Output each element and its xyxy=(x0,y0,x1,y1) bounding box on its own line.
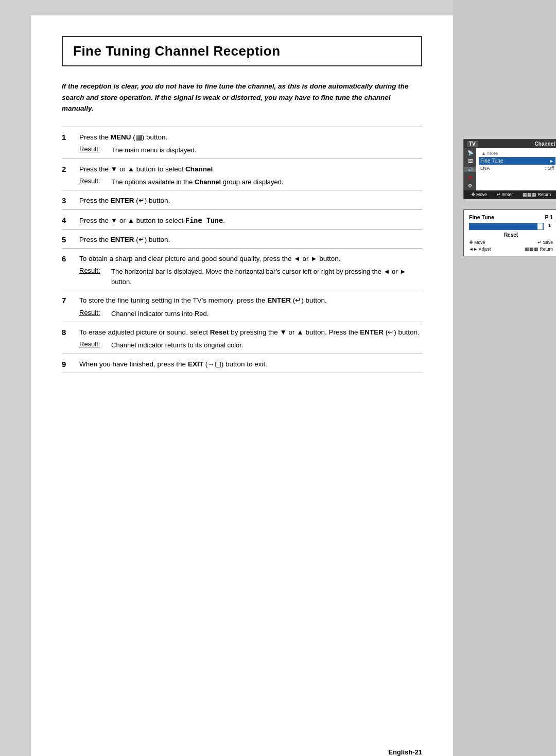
step-row-5: 5 Press the ENTER (↵) button. xyxy=(62,229,422,248)
tv-footer-return: ▦▦▦ Return xyxy=(523,192,551,197)
tv-icon-column: 📡 🖼 🔊 ✕ ⚙ xyxy=(464,148,476,190)
tv-lna-value: : Off xyxy=(545,165,554,171)
screenshots-panel: TV Channel 📡 🖼 🔊 ✕ ⚙ ▲ More Fine Tune xyxy=(463,139,556,256)
step-text-3: Press the ENTER (↵) button. xyxy=(79,196,422,206)
step-number-7: 7 xyxy=(62,295,71,305)
fine-tune-bar-indicator xyxy=(537,223,543,230)
step-row-2: 2 Press the ▼ or ▲ button to select Chan… xyxy=(62,159,422,190)
tv-footer-enter: ↵ Enter xyxy=(497,192,513,197)
tv-content-column: ▲ More Fine Tune ► LNA : Off xyxy=(476,148,556,190)
step-row-4: 4 Press the ▼ or ▲ button to select Fine… xyxy=(62,209,422,229)
fine-tune-adjust: ◄► Adjust xyxy=(469,247,491,252)
fine-tune-bar xyxy=(469,223,544,230)
fine-tune-save: ↵ Save xyxy=(537,240,553,245)
tv-menu-header: TV Channel xyxy=(464,139,556,148)
result-text-8: Channel indicator returns to its origina… xyxy=(111,340,422,350)
page-title: Fine Tuning Channel Reception xyxy=(73,43,411,59)
tv-header-tv-label: TV xyxy=(467,141,478,147)
step-number-5: 5 xyxy=(62,235,71,244)
step-text-6: To obtain a sharp and clear picture and … xyxy=(79,254,422,264)
result-text-6: The horizontal bar is displayed. Move th… xyxy=(111,267,422,287)
page-number: English-21 xyxy=(388,748,422,756)
result-text-7: Channel indicator turns into Red. xyxy=(111,309,422,319)
result-label-6: Result: xyxy=(79,267,103,274)
step-row-9: 9 When you have finished, press the EXIT… xyxy=(62,354,422,373)
tv-fine-tune-item: Fine Tune ► xyxy=(479,157,555,165)
result-text-2: The options available in the Channel gro… xyxy=(111,177,422,187)
result-text-1: The main menu is displayed. xyxy=(111,145,422,155)
tv-fine-tune-label: Fine Tune xyxy=(480,158,503,164)
step-number-9: 9 xyxy=(62,359,71,368)
title-box: Fine Tuning Channel Reception xyxy=(62,36,422,66)
tv-menu-footer: ❖ Move ↵ Enter ▦▦▦ Return xyxy=(464,190,556,199)
step-number-6: 6 xyxy=(62,254,71,263)
fine-tune-channel: P 1 xyxy=(545,214,553,220)
step-row-7: 7 To store the fine tuning setting in th… xyxy=(62,290,422,322)
tv-lna-item: LNA : Off xyxy=(479,165,555,171)
tv-icon-setup: ⚙ xyxy=(468,183,472,188)
tv-lna-label: LNA xyxy=(480,165,490,171)
step-text-7: To store the fine tuning setting in the … xyxy=(79,295,422,306)
fine-tune-move: ❖ Move xyxy=(469,240,485,245)
step-row-8: 8 To erase adjusted picture or sound, se… xyxy=(62,322,422,354)
fine-tune-screenshot: Fine Tune P 1 1 Reset ❖ Move ↵ Save ◄► A… xyxy=(463,209,556,256)
tv-arrow-right-icon: ► xyxy=(549,159,554,164)
intro-paragraph: If the reception is clear, you do not ha… xyxy=(62,81,422,114)
tv-icon-antenna: 📡 xyxy=(467,150,473,155)
step-text-5: Press the ENTER (↵) button. xyxy=(79,235,422,245)
step-text-2: Press the ▼ or ▲ button to select Channe… xyxy=(79,164,422,174)
fine-tune-return: ▦▦▦ Return xyxy=(525,247,553,252)
step-number-4: 4 xyxy=(62,215,71,224)
step-number-1: 1 xyxy=(62,132,71,142)
fine-tune-reset-label: Reset xyxy=(469,232,553,238)
result-label-2: Result: xyxy=(79,177,103,185)
fine-tune-title-row: Fine Tune P 1 xyxy=(469,214,553,220)
result-label-8: Result: xyxy=(79,340,103,348)
fine-tune-controls: ❖ Move ↵ Save xyxy=(469,240,553,245)
step-number-8: 8 xyxy=(62,327,71,337)
main-page: Fine Tuning Channel Reception If the rec… xyxy=(31,15,453,756)
result-label-7: Result: xyxy=(79,309,103,317)
step-number-2: 2 xyxy=(62,164,71,173)
sidebar-right xyxy=(453,0,556,756)
steps-container: 1 Press the MENU (▦) button. Result: The… xyxy=(62,127,422,373)
result-label-1: Result: xyxy=(79,145,103,153)
fine-tune-title: Fine Tune xyxy=(469,214,494,220)
fine-tune-number: 1 xyxy=(548,223,551,228)
step-row-3: 3 Press the ENTER (↵) button. xyxy=(62,190,422,209)
step-text-8: To erase adjusted picture or sound, sele… xyxy=(79,327,422,338)
tv-icon-x: ✕ xyxy=(468,175,472,180)
step-text-9: When you have finished, press the EXIT (… xyxy=(79,359,422,370)
tv-header-channel-label: Channel xyxy=(535,141,555,147)
step-text-1: Press the MENU (▦) button. xyxy=(79,132,422,143)
tv-menu-more-label: ▲ More xyxy=(479,150,555,157)
tv-icon-sound: 🔊 xyxy=(464,167,476,172)
tv-icon-pic: 🖼 xyxy=(468,159,473,164)
step-row-6: 6 To obtain a sharp and clear picture an… xyxy=(62,248,422,290)
step-number-3: 3 xyxy=(62,196,71,205)
tv-footer-move: ❖ Move xyxy=(471,192,487,197)
step-row-1: 1 Press the MENU (▦) button. Result: The… xyxy=(62,127,422,159)
step-text-4: Press the ▼ or ▲ button to select Fine T… xyxy=(79,215,422,226)
fine-tune-controls-2: ◄► Adjust ▦▦▦ Return xyxy=(469,247,553,252)
tv-menu-screenshot: TV Channel 📡 🖼 🔊 ✕ ⚙ ▲ More Fine Tune xyxy=(463,139,556,199)
